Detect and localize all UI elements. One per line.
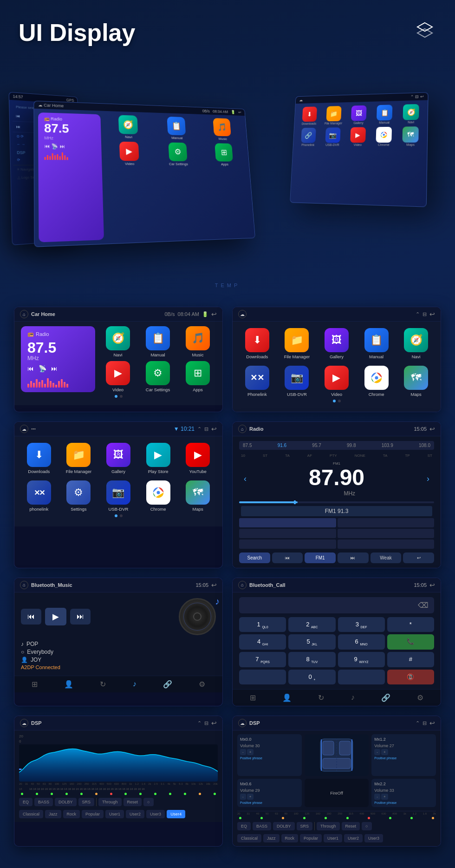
- dsp-ch1-plus[interactable]: +: [247, 749, 254, 755]
- dsp-preset-user4[interactable]: User4: [167, 810, 185, 818]
- num-5[interactable]: 5 JKL: [288, 634, 335, 650]
- nav-person2-icon[interactable]: 👤: [282, 693, 292, 702]
- back-arrow2-icon[interactable]: ⌃: [416, 311, 420, 317]
- dsp2-up[interactable]: ⌃: [416, 720, 420, 726]
- dsp2-preset-user1[interactable]: User1: [324, 834, 342, 842]
- dsp-preset-user3[interactable]: User3: [146, 810, 165, 818]
- nav-link2-icon[interactable]: 🔗: [381, 693, 390, 702]
- dsp2-preset-user3[interactable]: User3: [364, 834, 383, 842]
- bt-play-btn[interactable]: ▶: [45, 608, 66, 625]
- fm-search-btn[interactable]: Search: [239, 552, 270, 563]
- dsp-btn-bass[interactable]: BASS: [34, 798, 53, 806]
- fm-prev-btn[interactable]: ⏮: [272, 552, 303, 563]
- app2-file-manager[interactable]: 📁 File Manager: [279, 328, 315, 359]
- fm-slot-4[interactable]: [338, 529, 435, 538]
- app3-maps[interactable]: 🗺 Maps: [180, 480, 216, 512]
- fm-next-arrow[interactable]: ›: [427, 474, 429, 484]
- back-icon3[interactable]: ⌃: [197, 426, 202, 432]
- app-car-settings[interactable]: ⚙ Car Settings: [140, 361, 176, 392]
- minimize3[interactable]: ⊟: [204, 426, 208, 432]
- dsp-ch2-minus[interactable]: -: [374, 749, 380, 755]
- fm-back-btn[interactable]: ↩: [403, 552, 434, 563]
- dsp-ch1-minus[interactable]: -: [240, 749, 246, 755]
- bt-forward-btn[interactable]: ⏭: [70, 609, 91, 625]
- dsp2-preset-popular[interactable]: Popular: [300, 834, 322, 842]
- dsp-btn-circle[interactable]: ○: [143, 798, 153, 806]
- app3-downloads[interactable]: ⬇ Downloads: [21, 443, 57, 474]
- num-7[interactable]: 7 PQRS: [239, 652, 286, 667]
- app-manual[interactable]: 📋 Manual: [140, 326, 176, 357]
- dsp2-btn-through[interactable]: Through: [317, 822, 340, 830]
- dsp1-up[interactable]: ⌃: [197, 720, 202, 726]
- dsp2-preset-classical[interactable]: Classical: [237, 834, 261, 842]
- fm-next-btn[interactable]: ⏭: [338, 552, 369, 563]
- app3-phonelink[interactable]: ✕✕ phonelink: [21, 480, 57, 512]
- nav-music-icon[interactable]: ♪: [133, 680, 136, 689]
- end-call-btn[interactable]: 📵: [387, 670, 434, 685]
- backspace-btn[interactable]: ⌫: [418, 601, 429, 610]
- fm-slot-6[interactable]: [338, 539, 435, 549]
- dsp2-preset-rock[interactable]: Rock: [281, 834, 299, 842]
- num-1[interactable]: 1 QL0: [239, 617, 286, 632]
- dsp1-back[interactable]: ↩: [211, 719, 217, 727]
- fm-slot-5[interactable]: [239, 539, 336, 549]
- app3-playstore[interactable]: ▶ Play Store: [140, 443, 176, 474]
- num-3[interactable]: 3 DEF: [338, 617, 385, 632]
- broadcast-icon[interactable]: 📡: [39, 365, 46, 372]
- fm-slot-1[interactable]: [239, 518, 336, 527]
- nav-music2-icon[interactable]: ♪: [351, 693, 355, 702]
- prev-icon[interactable]: ⏮: [27, 365, 34, 372]
- dsp-btn-eq[interactable]: EQ: [19, 798, 32, 806]
- dsp-preset-classical[interactable]: Classical: [19, 810, 43, 818]
- dsp-ch3-plus[interactable]: +: [247, 794, 254, 800]
- fm-slot-2[interactable]: [338, 518, 435, 527]
- app2-chrome[interactable]: Chrome: [358, 366, 395, 397]
- app3-youtube[interactable]: ▶ YouTube: [180, 443, 216, 474]
- back-arrow-icon[interactable]: ↩: [211, 310, 217, 318]
- app2-downloads[interactable]: ⬇ Downloads: [239, 328, 275, 359]
- app2-maps[interactable]: 🗺 Maps: [398, 366, 434, 397]
- dsp2-btn-circle[interactable]: ○: [362, 822, 371, 830]
- dsp-btn-srs[interactable]: SRS: [78, 798, 95, 806]
- num-star[interactable]: *: [387, 617, 434, 632]
- app3-gallery[interactable]: 🖼 Gallery: [100, 443, 136, 474]
- nav-repeat2-icon[interactable]: ↻: [318, 693, 324, 702]
- dsp-ch3-minus[interactable]: -: [240, 794, 246, 800]
- nav-link-icon[interactable]: 🔗: [163, 680, 172, 689]
- dsp2-btn-dolby[interactable]: DOLBY: [273, 822, 295, 830]
- fm-mode-btn[interactable]: FM1: [305, 552, 336, 563]
- app2-phonelink[interactable]: ✕✕ Phonelink: [239, 366, 275, 397]
- fm-slot-3[interactable]: [239, 529, 336, 538]
- nav-grid-icon[interactable]: ⊞: [32, 680, 38, 689]
- dsp2-preset-user2[interactable]: User2: [344, 834, 363, 842]
- bt-music-back[interactable]: ↩: [211, 581, 217, 589]
- app-video[interactable]: ▶ Video: [100, 361, 136, 392]
- dsp-preset-popular[interactable]: Popular: [82, 810, 104, 818]
- dsp-preset-user1[interactable]: User1: [105, 810, 124, 818]
- dsp-ch2-plus[interactable]: +: [381, 749, 388, 755]
- fm-weak-btn[interactable]: Weak: [370, 552, 402, 563]
- dsp-preset-user2[interactable]: User2: [126, 810, 144, 818]
- app3-settings[interactable]: ⚙ Settings: [61, 480, 97, 512]
- back-arrow3-icon[interactable]: ↩: [429, 310, 435, 318]
- app2-manual[interactable]: 📋 Manual: [358, 328, 395, 359]
- nav-grid2-icon[interactable]: ⊞: [250, 693, 256, 702]
- app2-video[interactable]: ▶ Video: [318, 366, 355, 397]
- app2-gallery[interactable]: 🖼 Gallery: [318, 328, 355, 359]
- dsp2-minimize[interactable]: ⊟: [422, 720, 427, 726]
- app-apps[interactable]: ⊞ Apps: [180, 361, 216, 392]
- app3-file-manager[interactable]: 📁 File Manager: [61, 443, 97, 474]
- dsp-btn-dolby[interactable]: DOLBY: [55, 798, 77, 806]
- nav-gear-icon[interactable]: ⚙: [199, 680, 205, 689]
- next-icon[interactable]: ⏭: [51, 365, 58, 372]
- nav-gear2-icon[interactable]: ⚙: [417, 693, 423, 702]
- dsp2-preset-jazz[interactable]: Jazz: [263, 834, 280, 842]
- nav-person-icon[interactable]: 👤: [64, 680, 73, 689]
- dsp-ch4-minus[interactable]: -: [374, 794, 380, 800]
- dsp2-btn-eq[interactable]: EQ: [237, 822, 251, 830]
- dsp-btn-reset[interactable]: Reset: [124, 798, 142, 806]
- app-music[interactable]: 🎵 Music: [180, 326, 216, 357]
- bt-call-back[interactable]: ↩: [429, 581, 435, 589]
- dsp-preset-rock[interactable]: Rock: [63, 810, 80, 818]
- nav-repeat-icon[interactable]: ↻: [100, 680, 106, 689]
